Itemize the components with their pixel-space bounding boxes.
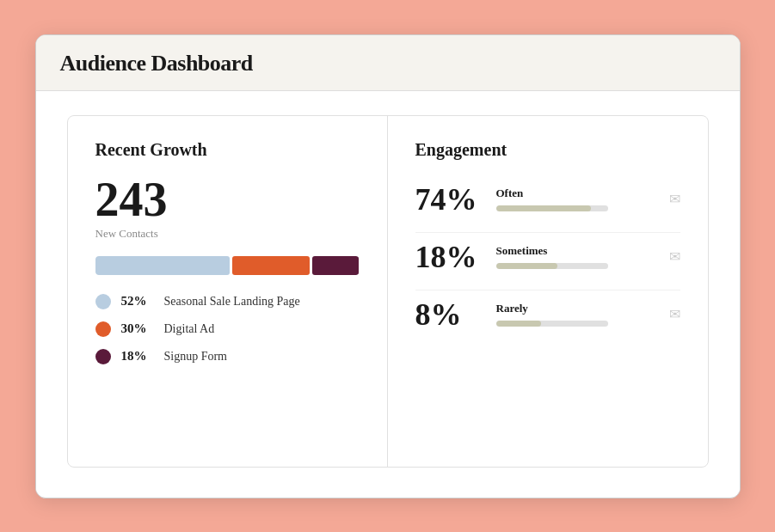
engagement-details: Rarely [496,302,654,327]
engagement-panel: Engagement 74% Often ✉ 18% Sometimes ✉ [388,116,708,467]
engagement-pct: 18% [415,242,484,272]
source-bar-chart [95,256,360,275]
new-contacts-count: 243 [95,175,360,223]
send-icon: ✉ [669,191,680,207]
window-body: Recent Growth 243 New Contacts 52% Seaso… [36,91,740,492]
new-contacts-label: New Contacts [95,227,360,241]
engagement-bar-bg [496,263,608,269]
engagement-bar-fill [496,263,558,269]
legend-dot [95,349,111,364]
recent-growth-title: Recent Growth [95,140,360,160]
engagement-details: Often [496,187,654,211]
source-legend: 52% Seasonal Sale Landing Page 30% Digit… [95,294,360,364]
engagement-item: 18% Sometimes ✉ [415,232,680,281]
legend-pct: 30% [121,321,154,336]
engagement-pct: 74% [415,184,484,215]
engagement-pct: 8% [415,299,484,330]
engagement-item: 74% Often ✉ [415,175,680,223]
bar-segment [312,256,359,275]
legend-item: 30% Digital Ad [95,321,360,337]
engagement-details: Sometimes [496,244,654,269]
recent-growth-panel: Recent Growth 243 New Contacts 52% Seaso… [68,116,388,467]
legend-label: Signup Form [164,350,228,364]
engagement-bar-fill [496,321,541,327]
engagement-bar-fill [496,205,592,211]
engagement-label: Often [496,187,654,200]
legend-item: 18% Signup Form [95,349,360,364]
engagement-label: Sometimes [496,244,654,258]
legend-dot [95,321,111,337]
engagement-list: 74% Often ✉ 18% Sometimes ✉ 8% Rarely [415,175,680,339]
legend-pct: 18% [121,349,154,364]
legend-dot [95,294,111,309]
engagement-label: Rarely [496,302,654,315]
engagement-item: 8% Rarely ✉ [415,290,680,339]
dashboard-window: Audience Dashboard Recent Growth 243 New… [35,34,741,498]
bar-segment [232,256,310,275]
engagement-bar-bg [496,205,608,211]
page-title: Audience Dashboard [60,51,253,76]
window-header: Audience Dashboard [36,35,740,91]
legend-pct: 52% [121,294,154,309]
engagement-bar-bg [496,321,608,327]
bar-segment [95,256,231,275]
send-icon: ✉ [669,248,680,265]
legend-label: Digital Ad [164,322,215,336]
engagement-title: Engagement [415,140,680,160]
legend-label: Seasonal Sale Landing Page [164,295,300,309]
send-icon: ✉ [669,306,680,322]
legend-item: 52% Seasonal Sale Landing Page [95,294,360,309]
dashboard-grid: Recent Growth 243 New Contacts 52% Seaso… [67,115,709,468]
